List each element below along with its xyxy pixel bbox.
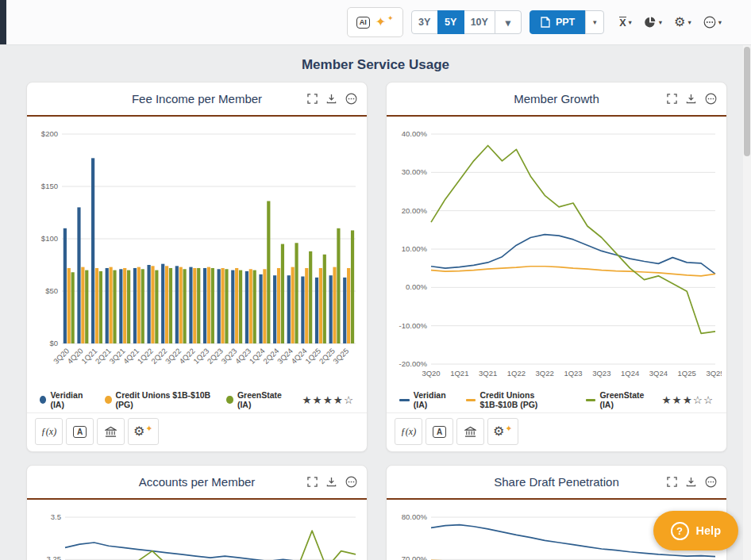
panel-actions <box>306 82 359 115</box>
panel-title: Member Growth <box>514 92 599 105</box>
expand-icon[interactable] <box>306 475 319 489</box>
ai-settings-button[interactable]: ⚙✦ <box>487 418 518 445</box>
scrollbar-thumb[interactable] <box>744 47 750 156</box>
accounts-per-member-chart[interactable]: 2.7533.253.53Q201Q213Q211Q223Q221Q233Q23… <box>33 506 362 560</box>
legend-label: GreenState (IA) <box>237 390 289 409</box>
panel-fee-income-per-member: Fee Income per Member $0$50$100$150$2003… <box>26 82 368 452</box>
rating-stars[interactable]: ★★★☆☆ <box>661 393 714 406</box>
annotation-button[interactable]: A <box>66 418 94 445</box>
institution-button[interactable] <box>97 418 125 445</box>
more-options-icon[interactable] <box>703 91 718 106</box>
letter-a-icon: A <box>433 426 446 438</box>
svg-text:1Q21: 1Q21 <box>450 369 468 378</box>
help-button[interactable]: ? Help <box>653 511 738 550</box>
ppt-dropdown-button[interactable]: ▾ <box>585 10 604 34</box>
download-icon[interactable] <box>325 92 338 105</box>
sparkle-icon: ✦ <box>145 424 152 434</box>
expand-icon[interactable] <box>665 475 679 489</box>
svg-text:3.25: 3.25 <box>47 554 62 560</box>
more-menu-button[interactable]: ▾ <box>699 13 726 32</box>
svg-text:-20.00%: -20.00% <box>399 359 428 368</box>
range-10y-button[interactable]: 10Y <box>464 10 495 34</box>
bank-icon <box>105 426 117 438</box>
chart-toolbar: ƒ(x) A ⚙✦ <box>27 412 367 451</box>
svg-text:$0: $0 <box>49 339 58 347</box>
download-icon[interactable] <box>684 475 698 489</box>
svg-text:3Q21: 3Q21 <box>479 369 497 378</box>
legend-item-peer-group[interactable]: Credit Unions $1B-$10B (PG) <box>105 390 213 409</box>
more-options-icon[interactable] <box>344 474 359 489</box>
formula-button[interactable]: ƒ(x) <box>35 418 63 445</box>
legend-marker <box>466 399 476 401</box>
member-growth-chart[interactable]: -20.00%-10.00%0.00%10.00%20.00%30.00%40.… <box>393 123 722 385</box>
legend-item-peer-group[interactable]: Credit Unions $1B-$10B (PG) <box>466 390 572 409</box>
bank-icon <box>464 426 476 438</box>
panel-title: Share Draft Penetration <box>494 475 619 489</box>
legend-item-veridian[interactable]: Veridian (IA) <box>40 390 91 409</box>
legend-item-veridian[interactable]: Veridian (IA) <box>399 390 453 409</box>
gear-icon: ⚙ <box>674 16 685 29</box>
institution-button[interactable] <box>456 418 484 445</box>
panel-actions <box>306 466 359 498</box>
rating-stars[interactable]: ★★★★☆ <box>302 393 354 406</box>
download-icon[interactable] <box>684 92 698 105</box>
legend-marker <box>40 396 46 404</box>
svg-text:1Q23: 1Q23 <box>564 369 582 378</box>
legend-item-greenstate[interactable]: GreenState (IA) <box>586 390 649 409</box>
ai-icon: AI <box>356 17 370 29</box>
svg-text:3Q24: 3Q24 <box>649 369 668 378</box>
legend-item-greenstate[interactable]: GreenState (IA) <box>226 390 288 409</box>
svg-text:$100: $100 <box>41 234 58 243</box>
page-title: Member Service Usage <box>0 45 751 82</box>
dashboard-grid: Fee Income per Member $0$50$100$150$2003… <box>0 82 751 560</box>
formula-button[interactable]: ƒ(x) <box>395 418 422 445</box>
legend-marker <box>586 399 596 401</box>
more-options-icon[interactable] <box>703 474 718 489</box>
scrollbar-track[interactable] <box>743 45 751 560</box>
time-range-group: 3Y 5Y 10Y ▾ <box>411 10 522 34</box>
chevron-down-icon: ▾ <box>659 18 662 26</box>
svg-text:20.00%: 20.00% <box>402 206 428 215</box>
document-icon <box>541 17 550 28</box>
panel-header: Member Growth <box>387 82 726 117</box>
panel-member-growth: Member Growth -20.00%-10.00%0.00%10.00%2… <box>386 82 727 452</box>
more-options-icon <box>703 16 716 29</box>
expand-icon[interactable] <box>306 92 319 105</box>
chart-area: $0$50$100$150$2003Q204Q201Q212Q213Q214Q2… <box>27 117 367 388</box>
panel-title: Fee Income per Member <box>132 92 262 105</box>
expand-icon[interactable] <box>665 92 679 105</box>
annotation-button[interactable]: A <box>426 418 453 445</box>
legend-label: Credit Unions $1B-$10B (PG) <box>479 390 572 409</box>
sidebar-edge[interactable] <box>0 0 6 44</box>
range-3y-button[interactable]: 3Y <box>411 10 438 34</box>
range-5y-button[interactable]: 5Y <box>437 10 464 34</box>
legend-label: Veridian (IA) <box>50 390 91 409</box>
topbar: AI ✦ ✦ 3Y 5Y 10Y ▾ PPT ▾ X ▾ <box>0 0 751 45</box>
fee-income-chart[interactable]: $0$50$100$150$2003Q204Q201Q212Q213Q214Q2… <box>33 123 362 385</box>
chart-area: -20.00%-10.00%0.00%10.00%20.00%30.00%40.… <box>387 117 726 388</box>
settings-menu-button[interactable]: ⚙ ▾ <box>670 13 695 32</box>
legend-marker <box>399 399 410 401</box>
svg-text:-10.00%: -10.00% <box>399 321 428 330</box>
svg-text:30.00%: 30.00% <box>402 167 428 176</box>
svg-text:1Q22: 1Q22 <box>507 369 526 378</box>
panel-accounts-per-member: Accounts per Member 2.7533.253.53Q201Q21… <box>26 465 368 560</box>
svg-text:1Q24: 1Q24 <box>621 369 639 378</box>
ai-settings-button[interactable]: ⚙✦ <box>128 418 159 445</box>
chart-type-menu-button[interactable]: ▾ <box>640 13 666 32</box>
svg-text:3Q25: 3Q25 <box>706 369 722 378</box>
average-menu-button[interactable]: X ▾ <box>615 13 636 32</box>
legend-label: Veridian (IA) <box>414 390 453 409</box>
download-icon[interactable] <box>325 475 338 489</box>
more-options-icon[interactable] <box>344 91 359 106</box>
range-dropdown-button[interactable]: ▾ <box>495 10 522 34</box>
ai-assistant-button[interactable]: AI ✦ ✦ <box>347 7 403 37</box>
svg-text:10.00%: 10.00% <box>402 244 428 253</box>
panel-actions <box>665 466 718 498</box>
svg-text:3Q20: 3Q20 <box>422 369 440 378</box>
chart-toolbar: ƒ(x) A ⚙✦ <box>387 412 726 451</box>
ppt-export-button[interactable]: PPT <box>530 10 586 34</box>
gear-icon: ⚙ <box>133 425 144 438</box>
svg-text:70.00%: 70.00% <box>402 554 428 560</box>
legend-label: Credit Unions $1B-$10B (PG) <box>116 390 214 409</box>
